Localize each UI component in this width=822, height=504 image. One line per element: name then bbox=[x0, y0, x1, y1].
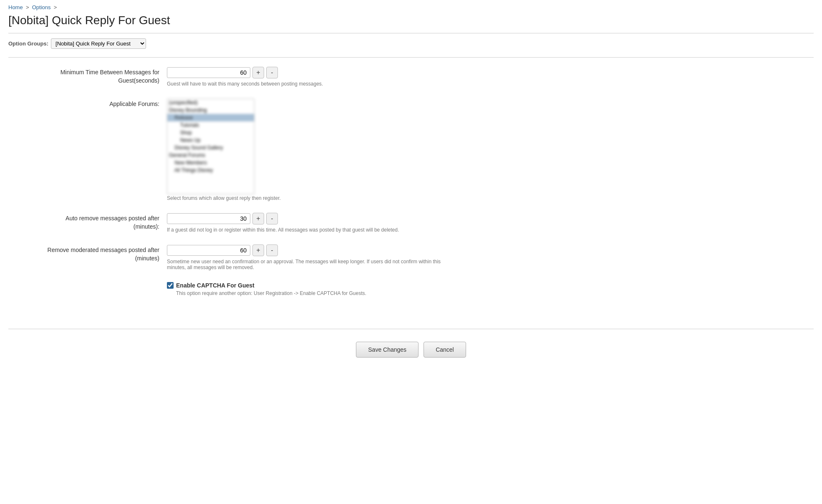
save-button[interactable]: Save Changes bbox=[356, 342, 419, 358]
remove-moderated-input[interactable] bbox=[167, 245, 250, 256]
option-groups-select[interactable]: [Nobita] Quick Reply For Guest bbox=[51, 38, 146, 49]
captcha-help: This option require another option: User… bbox=[167, 290, 459, 296]
cancel-button[interactable]: Cancel bbox=[424, 342, 466, 358]
auto-remove-minus-btn[interactable]: - bbox=[266, 213, 278, 224]
auto-remove-label: Auto remove messages posted after(minute… bbox=[8, 213, 167, 231]
auto-remove-control: + - If a guest did not log in or registe… bbox=[167, 213, 814, 233]
remove-moderated-plus-btn[interactable]: + bbox=[252, 244, 264, 256]
auto-remove-row: Auto remove messages posted after(minute… bbox=[8, 213, 814, 233]
applicable-forums-control: (unspecified)Disney Bounding Release Tut… bbox=[167, 98, 814, 201]
captcha-checkbox-label[interactable]: Enable CAPTCHA For Guest bbox=[176, 282, 255, 289]
remove-moderated-input-row: + - bbox=[167, 244, 814, 256]
applicable-forums-help: Select forums which allow guest reply th… bbox=[167, 195, 459, 201]
remove-moderated-minus-btn[interactable]: - bbox=[266, 244, 278, 256]
remove-moderated-control: + - Sometime new user need an confirmati… bbox=[167, 244, 814, 270]
min-time-input[interactable] bbox=[167, 67, 250, 78]
captcha-label-spacer bbox=[8, 282, 167, 284]
captcha-checkbox[interactable] bbox=[167, 282, 174, 289]
content-area: Minimum Time Between Messages forGuest(s… bbox=[8, 63, 814, 316]
applicable-forums-row: Applicable Forums: (unspecified)Disney B… bbox=[8, 98, 814, 201]
breadcrumb-options[interactable]: Options bbox=[32, 4, 51, 10]
remove-moderated-row: Remove moderated messages posted after(m… bbox=[8, 244, 814, 270]
captcha-row: Enable CAPTCHA For Guest This option req… bbox=[8, 282, 814, 296]
min-time-minus-btn[interactable]: - bbox=[266, 67, 278, 78]
option-groups-label: Option Groups: bbox=[8, 40, 48, 47]
min-time-help: Guest will have to wait this many second… bbox=[167, 81, 459, 87]
action-bar: Save Changes Cancel bbox=[8, 338, 814, 362]
min-time-input-row: + - bbox=[167, 67, 814, 78]
min-time-control: + - Guest will have to wait this many se… bbox=[167, 67, 814, 87]
auto-remove-input[interactable] bbox=[167, 213, 250, 224]
remove-moderated-help: Sometime new user need an confirmation o… bbox=[167, 259, 459, 270]
options-divider bbox=[8, 57, 814, 58]
applicable-forums-label: Applicable Forums: bbox=[8, 98, 167, 108]
breadcrumb: Home > Options > bbox=[8, 4, 814, 10]
min-time-plus-btn[interactable]: + bbox=[252, 67, 264, 78]
option-groups-bar: Option Groups: [Nobita] Quick Reply For … bbox=[8, 38, 814, 49]
captcha-checkbox-wrap: Enable CAPTCHA For Guest bbox=[167, 282, 814, 289]
applicable-forums-select[interactable]: (unspecified)Disney Bounding Release Tut… bbox=[167, 98, 255, 194]
page-title: [Nobita] Quick Reply For Guest bbox=[8, 14, 814, 27]
title-divider bbox=[8, 33, 814, 33]
min-time-label: Minimum Time Between Messages forGuest(s… bbox=[8, 67, 167, 85]
auto-remove-help: If a guest did not log in or register wi… bbox=[167, 227, 459, 233]
min-time-row: Minimum Time Between Messages forGuest(s… bbox=[8, 67, 814, 87]
remove-moderated-label: Remove moderated messages posted after(m… bbox=[8, 244, 167, 262]
auto-remove-plus-btn[interactable]: + bbox=[252, 213, 264, 224]
breadcrumb-home[interactable]: Home bbox=[8, 4, 23, 10]
auto-remove-input-row: + - bbox=[167, 213, 814, 224]
bottom-divider bbox=[8, 329, 814, 329]
captcha-control: Enable CAPTCHA For Guest This option req… bbox=[167, 282, 814, 296]
